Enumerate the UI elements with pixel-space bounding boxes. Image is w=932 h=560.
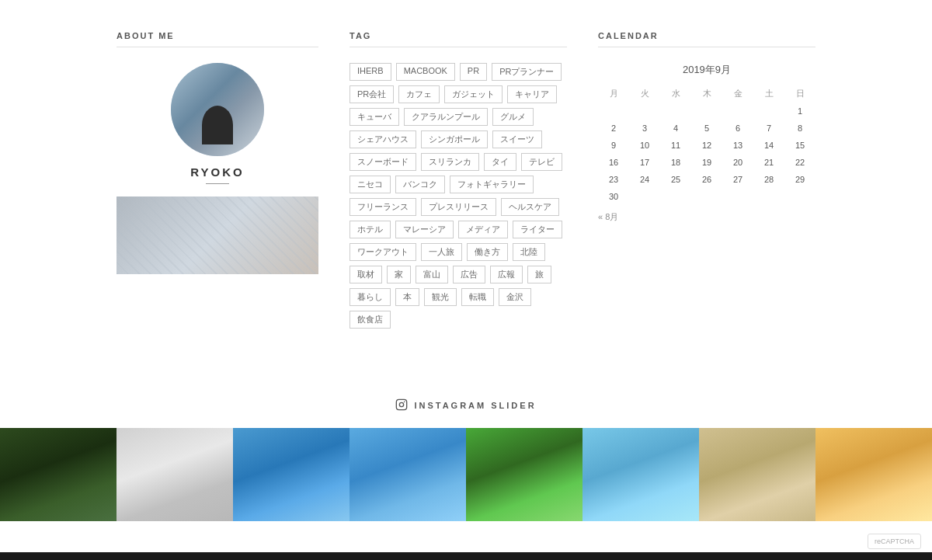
calendar-day-cell[interactable]: 10 bbox=[629, 137, 660, 154]
tag-item[interactable]: 北陸 bbox=[513, 243, 545, 261]
tag-item[interactable]: 働き方 bbox=[467, 243, 508, 261]
tag-item[interactable]: 本 bbox=[395, 288, 419, 306]
instagram-photo-1[interactable] bbox=[0, 428, 116, 521]
calendar-day-cell[interactable]: 12 bbox=[691, 137, 722, 154]
tag-item[interactable]: MACBOOK bbox=[396, 63, 455, 81]
tag-item[interactable]: ヘルスケア bbox=[501, 198, 559, 216]
tag-title: TAG bbox=[350, 31, 567, 47]
tag-item[interactable]: ホテル bbox=[350, 221, 391, 238]
calendar-day-cell[interactable]: 27 bbox=[722, 171, 753, 188]
calendar-day-cell[interactable]: 30 bbox=[598, 188, 629, 205]
tag-item[interactable]: 旅 bbox=[527, 266, 551, 283]
tag-item[interactable]: プレスリリース bbox=[421, 198, 496, 216]
tag-item[interactable]: IHERB bbox=[350, 63, 391, 81]
tag-item[interactable]: PRプランナー bbox=[492, 63, 562, 81]
tag-item[interactable]: スノーボード bbox=[350, 153, 416, 171]
about-me-title: ABOUT ME bbox=[116, 31, 318, 47]
calendar-day-cell[interactable]: 20 bbox=[722, 154, 753, 171]
tag-item[interactable]: 金沢 bbox=[499, 288, 531, 306]
instagram-photo-2[interactable] bbox=[116, 428, 233, 521]
calendar-day-cell[interactable]: 24 bbox=[629, 171, 660, 188]
calendar-day-cell[interactable]: 21 bbox=[753, 154, 784, 171]
calendar-day-cell bbox=[660, 188, 691, 205]
calendar-day-cell[interactable]: 28 bbox=[753, 171, 784, 188]
calendar-day-cell[interactable]: 3 bbox=[629, 120, 660, 137]
calendar-day-cell[interactable]: 4 bbox=[660, 120, 691, 137]
tag-item[interactable]: 観光 bbox=[424, 288, 457, 306]
tag-item[interactable]: 一人旅 bbox=[421, 243, 462, 261]
tag-item[interactable]: グルメ bbox=[492, 108, 534, 126]
calendar-day-cell[interactable]: 23 bbox=[598, 171, 629, 188]
calendar-day-cell[interactable]: 9 bbox=[598, 137, 629, 154]
tag-item[interactable]: シンガポール bbox=[421, 130, 488, 148]
tag-item[interactable]: 広報 bbox=[490, 266, 523, 283]
tag-item[interactable]: ニセコ bbox=[350, 176, 391, 193]
tag-item[interactable]: 暮らし bbox=[350, 288, 391, 306]
instagram-photo-8[interactable] bbox=[816, 428, 932, 521]
tag-item[interactable]: カフェ bbox=[398, 85, 440, 103]
calendar-prev-month[interactable]: « 8月 bbox=[598, 212, 618, 221]
calendar-day-cell[interactable]: 16 bbox=[598, 154, 629, 171]
tag-item[interactable]: メディア bbox=[458, 221, 508, 238]
calendar-day-cell[interactable]: 1 bbox=[784, 103, 816, 120]
tag-item[interactable]: シェアハウス bbox=[350, 130, 416, 148]
calendar-week-row: 30 bbox=[598, 188, 816, 205]
calendar-day-cell[interactable]: 13 bbox=[722, 137, 753, 154]
calendar-day-cell[interactable]: 25 bbox=[660, 171, 691, 188]
calendar-day-cell[interactable]: 14 bbox=[753, 137, 784, 154]
avatar bbox=[171, 63, 264, 156]
calendar-header-cell: 水 bbox=[660, 85, 691, 103]
tag-item[interactable]: キューバ bbox=[350, 108, 399, 126]
tag-item[interactable]: タイ bbox=[484, 153, 516, 171]
tag-item[interactable]: PR bbox=[460, 63, 487, 81]
tag-item[interactable]: 広告 bbox=[453, 266, 485, 283]
calendar-week-row: 1 bbox=[598, 103, 816, 120]
calendar-day-cell[interactable]: 6 bbox=[722, 120, 753, 137]
tag-item[interactable]: バンコク bbox=[395, 176, 445, 193]
recaptcha-badge: reCAPTCHA bbox=[868, 534, 921, 549]
calendar-day-cell[interactable]: 2 bbox=[598, 120, 629, 137]
instagram-icon bbox=[395, 398, 408, 412]
calendar-day-cell[interactable]: 22 bbox=[784, 154, 816, 171]
tag-item[interactable]: フォトギャラリー bbox=[450, 176, 534, 193]
tag-item[interactable]: キャリア bbox=[507, 85, 557, 103]
tag-item[interactable]: ライター bbox=[513, 221, 562, 238]
tag-section: TAG IHERBMACBOOKPRPRプランナーPR会社カフェガジェットキャリ… bbox=[350, 31, 567, 329]
instagram-photo-4[interactable] bbox=[350, 428, 466, 521]
tag-item[interactable]: 転職 bbox=[461, 288, 494, 306]
calendar-day-cell[interactable]: 11 bbox=[660, 137, 691, 154]
calendar-day-cell bbox=[629, 103, 660, 120]
calendar-day-cell[interactable]: 26 bbox=[691, 171, 722, 188]
calendar-day-cell[interactable]: 5 bbox=[691, 120, 722, 137]
tag-item[interactable]: スイーツ bbox=[492, 130, 542, 148]
tag-item[interactable]: 家 bbox=[387, 266, 411, 283]
calendar-week-row: 9101112131415 bbox=[598, 137, 816, 154]
tag-item[interactable]: ガジェット bbox=[444, 85, 503, 103]
tag-item[interactable]: 取材 bbox=[350, 266, 382, 283]
tag-item[interactable]: スリランカ bbox=[421, 153, 479, 171]
tag-item[interactable]: フリーランス bbox=[350, 198, 416, 216]
instagram-photo-7[interactable] bbox=[699, 428, 816, 521]
tag-item[interactable]: クアラルンプール bbox=[404, 108, 488, 126]
calendar-week-row: 16171819202122 bbox=[598, 154, 816, 171]
instagram-photo-3[interactable] bbox=[233, 428, 350, 521]
calendar-header-cell: 月 bbox=[598, 85, 629, 103]
tag-item[interactable]: マレーシア bbox=[395, 221, 454, 238]
instagram-photo-6[interactable] bbox=[582, 428, 699, 521]
calendar-day-cell[interactable]: 7 bbox=[753, 120, 784, 137]
instagram-section: INSTAGRAM SLIDER bbox=[0, 375, 932, 552]
tag-item[interactable]: テレビ bbox=[521, 153, 562, 171]
tag-item[interactable]: 富山 bbox=[416, 266, 448, 283]
calendar-day-cell[interactable]: 19 bbox=[691, 154, 722, 171]
tag-item[interactable]: PR会社 bbox=[350, 85, 394, 103]
instagram-photo-5[interactable] bbox=[466, 428, 582, 521]
calendar-day-cell[interactable]: 18 bbox=[660, 154, 691, 171]
instagram-title: INSTAGRAM SLIDER bbox=[0, 398, 932, 412]
tag-item[interactable]: 飲食店 bbox=[350, 311, 391, 329]
calendar-day-cell[interactable]: 29 bbox=[784, 171, 816, 188]
calendar-header-cell: 土 bbox=[753, 85, 784, 103]
tag-item[interactable]: ワークアウト bbox=[350, 243, 416, 261]
calendar-day-cell[interactable]: 17 bbox=[629, 154, 660, 171]
calendar-day-cell[interactable]: 15 bbox=[784, 137, 816, 154]
calendar-day-cell[interactable]: 8 bbox=[784, 120, 816, 137]
